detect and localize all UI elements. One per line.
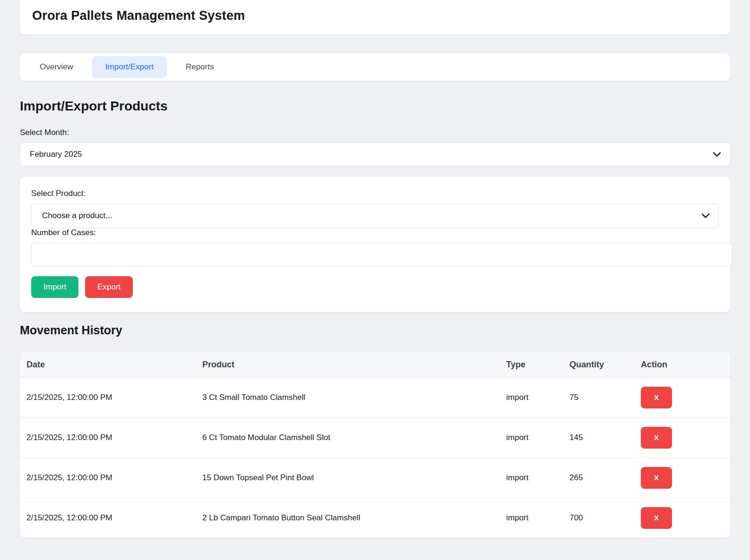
delete-row-button[interactable]: X [641, 387, 672, 408]
table-row: 2/15/2025, 12:00:00 PM 2 Lb Campari Toma… [20, 498, 730, 538]
cases-input[interactable] [31, 243, 732, 266]
delete-row-button[interactable]: X [641, 507, 672, 529]
month-label: Select Month: [20, 128, 730, 137]
cell-date: 2/15/2025, 12:00:00 PM [20, 417, 196, 458]
history-heading: Movement History [20, 323, 730, 337]
table-row: 2/15/2025, 12:00:00 PM 6 Ct Tomato Modul… [20, 417, 730, 458]
cell-date: 2/15/2025, 12:00:00 PM [20, 498, 196, 538]
cell-type: import [500, 458, 563, 498]
month-select-value: February 2025 [30, 150, 82, 159]
cell-type: import [500, 498, 563, 538]
column-header-type: Type [500, 352, 563, 377]
cell-quantity: 265 [563, 458, 634, 498]
column-header-quantity: Quantity [563, 352, 634, 377]
cell-type: import [500, 377, 563, 417]
form-actions: Import Export [31, 276, 719, 298]
month-select[interactable]: February 2025 [20, 143, 730, 166]
cell-date: 2/15/2025, 12:00:00 PM [20, 458, 196, 498]
cell-product: 15 Down Topseal Pet Pint Bowl [196, 458, 500, 498]
chevron-down-icon [713, 152, 721, 157]
cell-type: import [500, 417, 563, 458]
product-select[interactable]: Choose a product... [31, 204, 719, 228]
app-title: Orora Pallets Management System [32, 8, 718, 23]
table-row: 2/15/2025, 12:00:00 PM 15 Down Topseal P… [20, 458, 730, 498]
cell-quantity: 700 [563, 498, 634, 538]
import-button[interactable]: Import [31, 276, 78, 298]
product-select-value: Choose a product... [42, 211, 112, 221]
tab-import-export[interactable]: Import/Export [92, 56, 167, 78]
column-header-date: Date [20, 352, 196, 377]
cell-quantity: 145 [563, 417, 634, 458]
column-header-product: Product [196, 352, 500, 377]
tab-overview[interactable]: Overview [26, 56, 86, 78]
export-button[interactable]: Export [85, 276, 133, 298]
tab-reports[interactable]: Reports [172, 56, 227, 78]
page-container: Orora Pallets Management System Overview… [20, 0, 730, 538]
movement-history-table: Date Product Type Quantity Action 2/15/2… [20, 352, 730, 538]
delete-row-button[interactable]: X [641, 427, 672, 449]
cases-label: Number of Cases: [31, 228, 719, 238]
product-label: Select Product: [31, 189, 719, 198]
column-header-action: Action [634, 352, 730, 377]
chevron-down-icon [702, 213, 709, 218]
app-header: Orora Pallets Management System [20, 0, 730, 34]
cell-product: 2 Lb Campari Tomato Button Seal Clamshel… [196, 498, 500, 538]
table-row: 2/15/2025, 12:00:00 PM 3 Ct Small Tomato… [20, 377, 730, 417]
cell-date: 2/15/2025, 12:00:00 PM [20, 377, 196, 417]
cell-product: 3 Ct Small Tomato Clamshell [196, 377, 500, 417]
cell-product: 6 Ct Tomato Modular Clamshell Slot [196, 417, 500, 458]
page-title: Import/Export Products [20, 99, 730, 114]
delete-row-button[interactable]: X [641, 467, 672, 489]
cell-quantity: 75 [563, 377, 634, 417]
tab-bar: Overview Import/Export Reports [20, 53, 730, 81]
import-export-form: Select Product: Choose a product... Numb… [20, 177, 730, 312]
table-header-row: Date Product Type Quantity Action [20, 352, 730, 377]
